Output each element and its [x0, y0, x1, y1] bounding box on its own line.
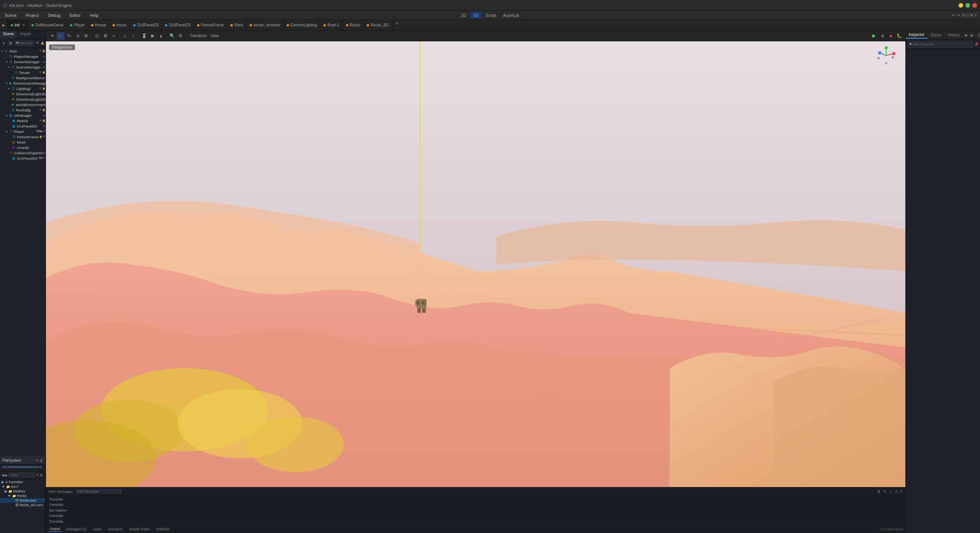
inspector-tab-history[interactable]: History: [945, 32, 963, 38]
snap-btn[interactable]: ⊡: [93, 32, 101, 40]
fs-expand-btn2[interactable]: ⊞: [40, 473, 43, 477]
tree-item-guipanel2d[interactable]: ▦ GUIPanelD2 👁: [0, 123, 46, 129]
tree-item-terrain[interactable]: ⬡ Terrain 👁 🔒: [0, 70, 46, 75]
eye-btn[interactable]: 👁: [35, 41, 40, 46]
tree-item-uim[interactable]: ▼ ▦ UIManager 👁: [0, 113, 46, 118]
move-tool-btn[interactable]: ↔: [57, 32, 64, 40]
console-content[interactable]: Translate Translate Set rotation Transla…: [46, 496, 905, 525]
eye-icon-reticle[interactable]: 👁: [39, 119, 42, 122]
tab-guipanel3d1[interactable]: GUIPanelD3: [130, 20, 162, 30]
fs-back-btn[interactable]: ◀: [2, 473, 4, 477]
eye-icon-scm[interactable]: 👁: [43, 66, 46, 69]
inspector-tab-inspector[interactable]: Inspector: [906, 31, 928, 39]
gizmo-btn[interactable]: ⌗: [110, 32, 118, 40]
tab-close-init[interactable]: ✕: [22, 23, 25, 27]
tab-shed[interactable]: Shed: [227, 20, 247, 30]
fs-close-filter-btn[interactable]: ✕: [36, 473, 39, 477]
menu-project[interactable]: Project: [24, 12, 40, 18]
fs-meshes[interactable]: ▶ 📁 Meshes: [0, 489, 45, 494]
console-tab-msbuild[interactable]: MSBuild: [155, 526, 171, 532]
settings-btn[interactable]: ⚙: [177, 32, 185, 40]
fs-filter-input[interactable]: [8, 473, 35, 477]
tree-item-player[interactable]: ▼ ⚇ Player ⌨ ▶ 👁: [0, 129, 46, 134]
tree-item-area3d[interactable]: ⬒ Area3D: [0, 145, 46, 150]
tab-player[interactable]: Player: [67, 20, 88, 30]
tab-expand-btn[interactable]: ▶: [0, 20, 8, 30]
eye-icon-col3d[interactable]: 👁: [43, 152, 46, 155]
menu-scene[interactable]: Scene: [3, 12, 18, 18]
fs-favorites[interactable]: ▶ ★ Favorites: [0, 480, 45, 484]
tab-add-button[interactable]: +: [392, 20, 402, 30]
stop-game-btn[interactable]: ■: [887, 32, 895, 40]
tree-item-screenmanager[interactable]: ▼ ⬡ ScreenManager 👁: [0, 59, 46, 64]
eye-icon-bgi[interactable]: 👁: [44, 76, 46, 79]
play-game-btn[interactable]: ▶: [870, 32, 878, 40]
fs-rocks-tscn[interactable]: 🎬 Rocks.tscn: [0, 498, 45, 503]
mode-assetlib[interactable]: AssetLib: [500, 12, 522, 18]
tab-pictureframe[interactable]: PictureFrame: [194, 20, 227, 30]
eye-icon-pm[interactable]: 👁: [43, 56, 46, 58]
eye-icon-terrain[interactable]: 👁: [39, 71, 42, 74]
tab-house1[interactable]: House: [88, 20, 109, 30]
scene-tab-import[interactable]: Import: [17, 31, 34, 39]
window-controls[interactable]: [959, 3, 977, 8]
tree-item-we[interactable]: ◈ WorldEnvironment: [0, 102, 46, 107]
mode-2d[interactable]: 2D: [458, 12, 469, 18]
fs-res[interactable]: ▼ 📁 res://: [0, 484, 45, 489]
tree-item-pf2[interactable]: ⬡ PictureFrame 🔒 👁: [0, 134, 46, 139]
instantiate-btn[interactable]: ⛓: [7, 40, 13, 46]
menu-debug[interactable]: Debug: [46, 12, 62, 18]
tab-exterior[interactable]: ExteriorLighting: [284, 20, 320, 30]
console-tab-animation[interactable]: Animation: [106, 526, 124, 532]
tab-init[interactable]: Init ✕: [8, 20, 28, 30]
viewport-canvas[interactable]: Perspective: [46, 41, 905, 487]
tree-item-envmanager[interactable]: ▼ ◈ EnvironmentManager 👁: [0, 80, 46, 86]
grid-btn[interactable]: ⊠: [101, 32, 109, 40]
tab-rocks-bg[interactable]: Rocks_BG: [364, 20, 392, 30]
anim-key-btn[interactable]: ⌛: [140, 32, 148, 40]
eye-icon-l2[interactable]: 👁: [39, 87, 42, 90]
console-tab-shader[interactable]: Shader Editor: [127, 526, 152, 532]
select-tool-btn[interactable]: ✦: [48, 32, 56, 40]
tree-item-main[interactable]: ▼ ⬡ Main 👁 🔒: [0, 48, 46, 54]
mode-script[interactable]: Script: [482, 12, 499, 18]
tab-rocks[interactable]: Rocks: [343, 20, 364, 30]
eye-icon-gui2d[interactable]: 👁: [43, 125, 46, 128]
eye-icon-main[interactable]: 👁: [39, 49, 42, 52]
tree-item-dl1[interactable]: ☀ DirectionalLight3D 👁: [0, 91, 46, 96]
eye-icon-player[interactable]: 👁: [43, 130, 46, 133]
insp-btn-right[interactable]: ▶: [969, 32, 975, 38]
lock-icon-rocksbg[interactable]: 🔒: [42, 108, 46, 111]
tab-guipanel3d2[interactable]: GUIPanelD3: [162, 20, 194, 30]
eye-icon-uim[interactable]: 👁: [43, 114, 46, 117]
tab-terrain[interactable]: terrain_textured: [247, 20, 284, 30]
eye-icon-guip3d[interactable]: 👁: [43, 157, 46, 160]
inspector-tab-scene[interactable]: Scene: [928, 32, 944, 38]
tree-item-bgi[interactable]: ⬡ BackgroundItems 👁 🔒: [0, 75, 46, 80]
tree-item-guip3d[interactable]: ▦ GUIPanelD3 ⌨ 👁: [0, 155, 46, 161]
maximize-button[interactable]: [965, 3, 970, 8]
minimize-button[interactable]: [959, 3, 963, 8]
viewport-gizmo[interactable]: X Y Z: [877, 46, 896, 65]
console-tab-debugger[interactable]: Debugger (2): [65, 526, 88, 532]
tree-item-dl2[interactable]: ☀ DirectionalLight3D5 👁: [0, 96, 46, 102]
close-button[interactable]: [972, 3, 977, 8]
console-error-filter[interactable]: ⚠: [888, 489, 893, 494]
tab-house2[interactable]: house: [109, 20, 130, 30]
insp-btn-menu[interactable]: ☰: [976, 32, 980, 38]
console-filter-input[interactable]: [76, 489, 122, 494]
lock-icon-l2[interactable]: 🔒: [42, 87, 46, 90]
scene-tab-scene[interactable]: Scene: [0, 31, 17, 39]
scale-tool-btn[interactable]: ⇲: [74, 32, 81, 40]
fs-rocks-folder[interactable]: ▼ 📁 Rocks: [0, 494, 45, 498]
search-scene-btn[interactable]: 🔍: [168, 32, 176, 40]
menu-editor[interactable]: Editor: [68, 12, 82, 18]
tree-item-col3d[interactable]: ⬡ CollisionShape3D 👁: [0, 150, 46, 155]
tree-item-rocksbg[interactable]: ⬡ RocksBg 👁 🔒: [0, 107, 46, 113]
console-collapse-btn[interactable]: ⊟: [882, 489, 887, 494]
menu-help[interactable]: Help: [88, 12, 100, 18]
console-info-filter[interactable]: ℹ: [900, 489, 903, 494]
play-scene-btn[interactable]: ⏵: [157, 32, 165, 40]
play-btn[interactable]: ▶: [149, 32, 157, 40]
fs-forward-btn[interactable]: ▶: [5, 473, 8, 477]
